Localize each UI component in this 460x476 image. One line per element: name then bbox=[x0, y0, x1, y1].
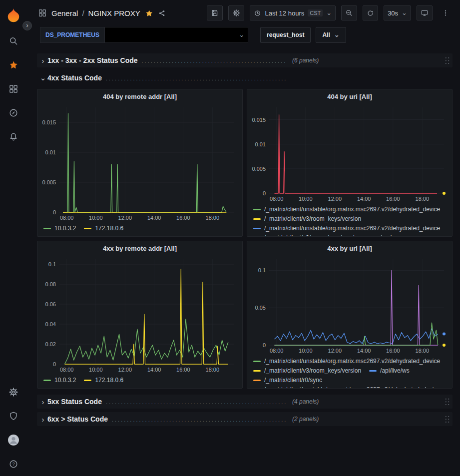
panel-title[interactable]: 404 by remote addr [All] bbox=[37, 89, 242, 103]
zoom-out-button[interactable] bbox=[341, 5, 357, 20]
legend-item[interactable]: /_matrix/client/unstable/org.matrix.msc2… bbox=[253, 385, 440, 389]
svg-text:14:00: 14:00 bbox=[147, 367, 161, 373]
grafana-logo[interactable] bbox=[6, 5, 21, 25]
svg-text:0.05: 0.05 bbox=[255, 305, 266, 311]
panel-legend: 10.0.3.2172.18.0.6 bbox=[37, 374, 242, 385]
dashboard-title[interactable]: NGINX PROXY bbox=[88, 9, 140, 17]
bell-icon bbox=[8, 132, 18, 142]
panel-title[interactable]: 4xx by uri [All] bbox=[247, 241, 452, 255]
grafana-flame-icon bbox=[6, 7, 21, 22]
legend-item[interactable]: 172.18.0.6 bbox=[84, 224, 123, 233]
datasource-select[interactable]: ⌄ bbox=[104, 27, 248, 43]
svg-text:08:00: 08:00 bbox=[270, 348, 284, 354]
settings-button[interactable] bbox=[0, 380, 27, 404]
explore-button[interactable] bbox=[0, 101, 27, 125]
chevron-right-icon: › bbox=[38, 398, 47, 406]
panel-legend: 10.0.3.2172.18.0.6 bbox=[37, 222, 242, 233]
tv-mode-button[interactable] bbox=[417, 5, 433, 20]
row-leader-dots: ........................................… bbox=[106, 75, 286, 81]
timeseries-chart[interactable]: 08:0010:0012:0014:0016:0018:0000.020.040… bbox=[39, 255, 240, 374]
legend-item[interactable]: /_matrix/client/unstable/org.matrix.msc2… bbox=[253, 357, 440, 366]
legend-label: /_matrix/client/unstable/org.matrix.msc2… bbox=[264, 205, 440, 214]
datasource-variable-label: DS_PROMETHEUS bbox=[40, 27, 104, 43]
gear-icon bbox=[8, 387, 18, 397]
help-button[interactable]: ? bbox=[0, 452, 27, 476]
svg-text:12:00: 12:00 bbox=[118, 367, 132, 373]
legend-swatch-icon bbox=[253, 218, 261, 220]
legend-label: /_matrix/client/v3/room_keys/version bbox=[264, 366, 361, 376]
timezone-badge: CST bbox=[308, 9, 323, 16]
save-dashboard-button[interactable] bbox=[207, 5, 223, 20]
legend-item[interactable]: /_matrix/client/v3/room_keys/version bbox=[253, 366, 361, 376]
dashboard-settings-button[interactable] bbox=[228, 5, 244, 20]
legend-label: 10.0.3.2 bbox=[54, 376, 76, 385]
svg-text:08:00: 08:00 bbox=[270, 196, 284, 202]
row-drag-handle[interactable] bbox=[445, 415, 450, 424]
legend-item[interactable]: /api/live/ws bbox=[369, 366, 410, 376]
panel-title[interactable]: 4xx by remote addr [All] bbox=[37, 241, 242, 255]
breadcrumb-separator: / bbox=[82, 9, 84, 17]
timeseries-chart[interactable]: 08:0010:0012:0014:0016:0018:0000.050.1 bbox=[249, 255, 450, 355]
svg-text:0.06: 0.06 bbox=[45, 301, 56, 307]
legend-item[interactable]: /_matrix/client/v3/room_keys/version bbox=[253, 233, 361, 237]
shield-icon bbox=[8, 411, 18, 421]
request-host-select[interactable]: All ⌄ bbox=[316, 27, 346, 43]
profile-avatar[interactable] bbox=[0, 428, 27, 452]
time-range-picker[interactable]: Last 12 hours CST ⌄ bbox=[250, 5, 336, 20]
chevron-down-icon: ⌄ bbox=[38, 73, 47, 82]
legend-item[interactable]: /_matrix/client/v3/room_keys/version bbox=[253, 214, 361, 224]
row-header-6xx[interactable]: › 6xx > Status Code ....................… bbox=[37, 412, 453, 426]
svg-text:0.005: 0.005 bbox=[252, 166, 266, 172]
svg-text:18:00: 18:00 bbox=[416, 348, 430, 354]
sidebar-expand-button[interactable]: › bbox=[22, 21, 32, 30]
legend-item[interactable]: /_matrix/client/unstable/org.matrix.msc2… bbox=[253, 205, 440, 214]
timeseries-chart[interactable]: 08:0010:0012:0014:0016:0018:0000.0050.01… bbox=[249, 103, 450, 203]
more-menu-button[interactable] bbox=[438, 5, 453, 20]
refresh-interval-select[interactable]: 30s ⌄ bbox=[384, 5, 411, 20]
row-header-4xx[interactable]: ⌄ 4xx Status Code ......................… bbox=[37, 71, 453, 85]
row-drag-handle[interactable] bbox=[445, 56, 450, 65]
legend-item[interactable]: /_matrix/client/unstable/org.matrix.msc2… bbox=[253, 224, 440, 233]
starred-button[interactable] bbox=[0, 53, 27, 77]
share-icon[interactable] bbox=[158, 9, 166, 17]
svg-text:0.015: 0.015 bbox=[252, 117, 266, 123]
alerting-button[interactable] bbox=[0, 125, 27, 149]
row-header-1xx-3xx-2xx[interactable]: › 1xx - 3xx - 2xx Status Code ..........… bbox=[37, 53, 453, 67]
legend-item[interactable]: 10.0.3.2 bbox=[43, 376, 76, 385]
svg-text:14:00: 14:00 bbox=[357, 196, 371, 202]
svg-text:?: ? bbox=[12, 462, 14, 467]
svg-text:0.02: 0.02 bbox=[45, 341, 56, 347]
dashboards-button[interactable] bbox=[0, 77, 27, 101]
svg-text:14:00: 14:00 bbox=[147, 215, 161, 221]
favorite-star-icon[interactable] bbox=[145, 9, 153, 17]
breadcrumb-folder[interactable]: General bbox=[51, 9, 78, 17]
panel-title[interactable]: 404 by uri [All] bbox=[247, 89, 452, 103]
legend-swatch-icon bbox=[253, 370, 261, 372]
refresh-button[interactable] bbox=[363, 5, 378, 20]
row-leader-dots: ........................................… bbox=[106, 399, 286, 405]
sidebar: › bbox=[0, 0, 27, 476]
legend-item[interactable]: /_matrix/client/r0/sync bbox=[253, 376, 322, 385]
timeseries-chart[interactable]: 08:0010:0012:0014:0016:0018:0000.0050.01… bbox=[39, 103, 240, 222]
search-button[interactable] bbox=[0, 29, 27, 53]
legend-swatch-icon bbox=[253, 361, 261, 362]
row-drag-handle[interactable] bbox=[445, 398, 450, 406]
dashboard-content: › 1xx - 3xx - 2xx Status Code ..........… bbox=[27, 48, 460, 476]
panel-legend: /_matrix/client/unstable/org.matrix.msc2… bbox=[247, 355, 452, 389]
legend-item[interactable]: 10.0.3.2 bbox=[43, 224, 76, 233]
legend-swatch-icon bbox=[43, 228, 51, 229]
svg-text:16:00: 16:00 bbox=[386, 196, 400, 202]
svg-text:14:00: 14:00 bbox=[357, 348, 371, 354]
svg-text:10:00: 10:00 bbox=[89, 367, 103, 373]
legend-item[interactable]: 172.18.0.6 bbox=[84, 376, 123, 385]
row-panel-count: (2 panels) bbox=[292, 416, 319, 423]
svg-text:0.04: 0.04 bbox=[45, 321, 56, 327]
legend-label: /sw.js bbox=[380, 233, 395, 237]
server-admin-button[interactable] bbox=[0, 404, 27, 428]
legend-item[interactable]: /sw.js bbox=[369, 233, 395, 237]
svg-text:16:00: 16:00 bbox=[176, 215, 190, 221]
row-header-5xx[interactable]: › 5xx Status Code ......................… bbox=[37, 395, 453, 409]
grafana-app: › bbox=[0, 0, 460, 476]
legend-swatch-icon bbox=[253, 228, 261, 229]
dashboards-grid-icon bbox=[8, 84, 18, 94]
